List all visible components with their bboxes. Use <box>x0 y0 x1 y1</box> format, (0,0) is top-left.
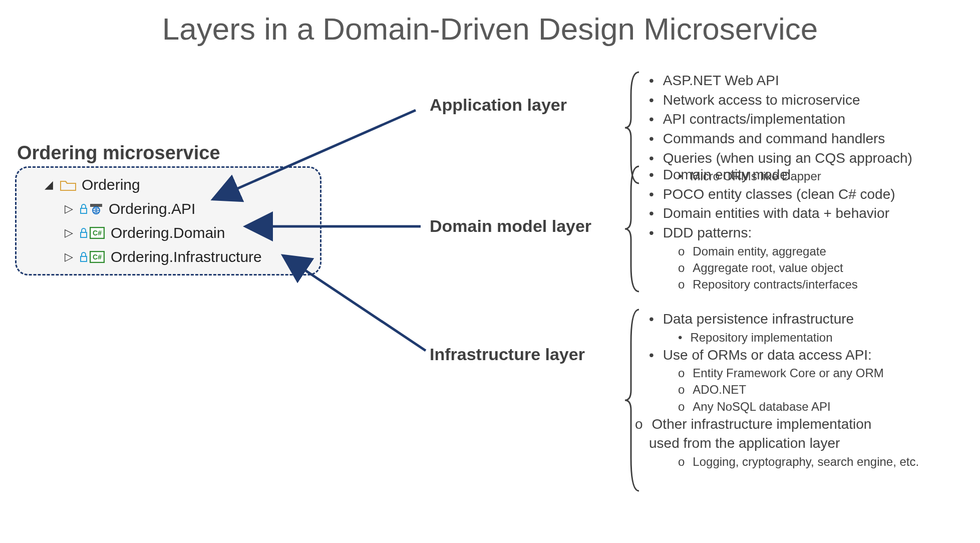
svg-line-9 <box>213 110 416 199</box>
sub-bullet-text: Entity Framework Core or any ORM <box>693 366 883 380</box>
bullet-text: POCO entity classes (clean C# code) <box>663 186 895 202</box>
bullet-text: Domain entities with data + behavior <box>663 205 889 221</box>
bullet-text: Domain entity model <box>663 167 791 182</box>
svg-line-11 <box>283 255 426 351</box>
infrastructure-layer-heading: Infrastructure layer <box>430 345 585 364</box>
sub-bullet-text: Domain entity, aggregate <box>693 244 826 258</box>
sub-bullet-text: Repository implementation <box>690 331 832 344</box>
domain-layer-bullets: Domain entity model POCO entity classes … <box>649 165 969 293</box>
bullet-text: Commands and command handlers <box>663 131 885 146</box>
sub-bullet-text: Logging, cryptography, search engine, et… <box>693 455 919 468</box>
bullet-text: Network access to microservice <box>663 92 860 108</box>
application-layer-heading: Application layer <box>430 95 567 115</box>
bullet-text: Other infrastructure implementation <box>652 416 872 432</box>
bullet-text: Data persistence infrastructure <box>663 311 854 327</box>
bullet-text: Queries (when using an CQS approach) <box>663 150 912 166</box>
bullet-text: DDD patterns: <box>663 225 752 240</box>
sub-bullet-text: ADO.NET <box>693 383 746 396</box>
bullet-text: Use of ORMs or data access API: <box>663 347 872 363</box>
infrastructure-layer-bullets: Data persistence infrastructure Reposito… <box>649 310 979 470</box>
sub-bullet-text: Any NoSQL database API <box>693 400 830 413</box>
bullet-text: ASP.NET Web API <box>663 73 779 88</box>
sub-bullet-text: Repository contracts/interfaces <box>693 278 857 291</box>
bullet-text-cont: used from the application layer <box>649 435 840 451</box>
brace-icon <box>624 164 642 294</box>
sub-bullet-text: Aggregate root, value object <box>693 261 843 275</box>
bullet-text: API contracts/implementation <box>663 111 845 127</box>
brace-icon <box>624 308 642 493</box>
domain-layer-heading: Domain model layer <box>430 216 591 236</box>
